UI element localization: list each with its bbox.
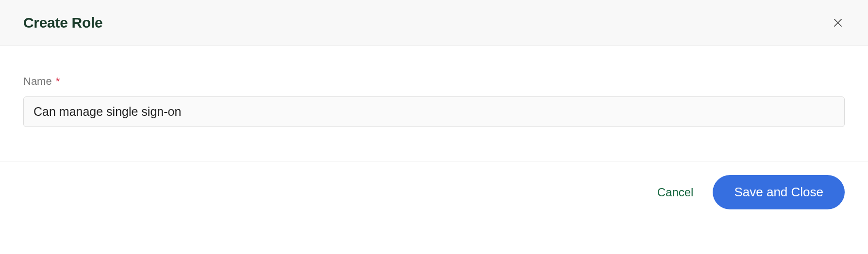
- close-icon: [832, 16, 844, 29]
- save-and-close-button[interactable]: Save and Close: [713, 175, 845, 209]
- required-indicator: *: [56, 75, 60, 87]
- form-body: Name *: [0, 46, 868, 161]
- cancel-button[interactable]: Cancel: [654, 182, 697, 203]
- dialog-header: Create Role: [0, 0, 868, 46]
- name-label: Name *: [23, 75, 845, 88]
- name-label-text: Name: [23, 75, 52, 87]
- dialog-footer: Cancel Save and Close: [0, 161, 868, 223]
- close-button[interactable]: [831, 16, 845, 30]
- dialog-title: Create Role: [23, 15, 102, 31]
- name-input[interactable]: [23, 96, 845, 127]
